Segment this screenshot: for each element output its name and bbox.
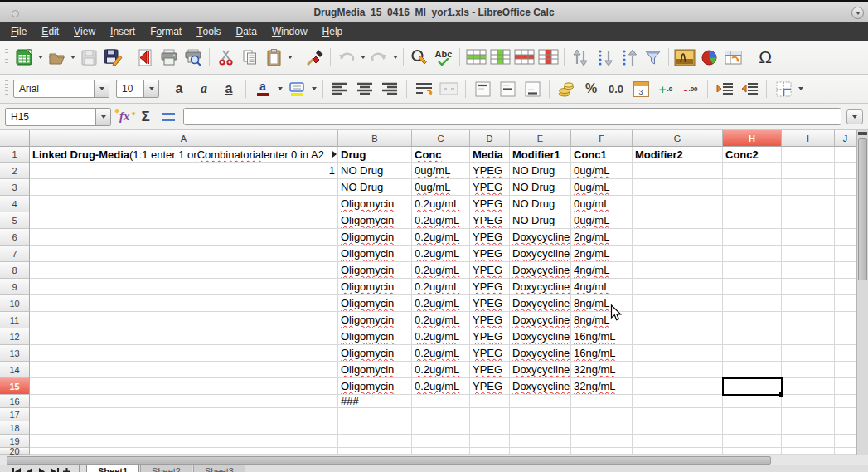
insert-chart-button[interactable] (697, 46, 720, 69)
cell-G4[interactable] (633, 196, 723, 212)
toolbar-grip[interactable] (5, 80, 8, 97)
cell-H10[interactable] (723, 295, 782, 312)
horizontal-scrollbar-thumb[interactable] (7, 456, 771, 465)
print-button[interactable] (158, 46, 181, 69)
cell-H9[interactable] (723, 279, 782, 295)
row-header-6[interactable]: 6 (0, 229, 30, 246)
cell-G3[interactable] (633, 179, 723, 196)
bold-button[interactable]: a (167, 77, 191, 100)
cell-G19[interactable] (633, 435, 723, 448)
cell-D14[interactable]: YPEG (470, 362, 510, 378)
cell-G11[interactable] (633, 312, 723, 328)
cell-D2[interactable]: YPEG (470, 163, 510, 179)
paste-dropdown[interactable] (286, 46, 293, 68)
cell-C16[interactable] (412, 395, 470, 408)
cell-E6[interactable]: Doxycycline (510, 229, 571, 246)
cell-B19[interactable] (338, 435, 412, 448)
cell-D12[interactable]: YPEG (470, 328, 510, 345)
open-button[interactable] (45, 46, 68, 69)
cell-D20[interactable] (470, 448, 510, 455)
cell-G10[interactable] (633, 295, 723, 312)
vertical-scrollbar[interactable] (856, 130, 868, 455)
cell-I19[interactable] (782, 435, 835, 448)
clone-formatting-button[interactable] (303, 46, 326, 69)
cell-B17[interactable] (338, 408, 412, 421)
cell-A15[interactable] (30, 378, 338, 395)
select-all-corner[interactable] (0, 130, 30, 147)
cell-B18[interactable] (338, 421, 412, 435)
cell-A19[interactable] (30, 435, 338, 448)
cell-A14[interactable] (30, 362, 338, 378)
cell-A7[interactable] (30, 246, 338, 262)
cell-G17[interactable] (633, 408, 723, 421)
cell-F3[interactable]: 0ug/mL (571, 179, 633, 196)
cell-F4[interactable]: 0ug/mL (571, 196, 633, 212)
redo-dropdown[interactable] (391, 46, 399, 68)
cell-B1[interactable]: Drug (338, 147, 412, 163)
paste-button[interactable] (262, 46, 285, 69)
borders-button[interactable] (772, 77, 795, 100)
fill-handle[interactable] (779, 392, 783, 397)
cell-I9[interactable] (782, 279, 835, 295)
cell-D18[interactable] (470, 421, 510, 435)
underline-button[interactable]: a (217, 77, 240, 100)
row-header-2[interactable]: 2 (0, 163, 30, 179)
cell-J9[interactable] (835, 279, 856, 295)
first-sheet-button[interactable] (12, 465, 22, 472)
menu-insert[interactable]: Insert (103, 22, 143, 41)
cell-B15[interactable]: Oligomycin (338, 378, 412, 395)
cell-G6[interactable] (633, 229, 723, 246)
cell-H6[interactable] (723, 229, 782, 246)
insert-rows-button[interactable] (464, 46, 487, 69)
cell-C6[interactable]: 0.2ug/mL (412, 229, 470, 246)
menu-view[interactable]: View (66, 22, 103, 41)
cell-G9[interactable] (633, 279, 723, 295)
cell-E3[interactable]: NO Drug (510, 179, 571, 196)
align-bottom-button[interactable] (521, 77, 544, 100)
font-color-dropdown[interactable] (276, 78, 284, 100)
font-size-combo[interactable]: 10 (116, 80, 159, 98)
cell-E2[interactable]: NO Drug (510, 163, 571, 179)
cell-J7[interactable] (835, 246, 856, 262)
cell-H2[interactable] (723, 163, 782, 179)
formula-button[interactable] (162, 113, 175, 121)
cell-I7[interactable] (782, 246, 835, 262)
row-header-15[interactable]: 15 (0, 378, 30, 395)
cell-I6[interactable] (782, 229, 835, 246)
font-color-button[interactable]: a (251, 77, 274, 100)
cell-G5[interactable] (633, 212, 723, 229)
cell-A3[interactable] (30, 179, 338, 196)
cell-F7[interactable]: 2ng/mL (571, 246, 633, 262)
cell-J13[interactable] (835, 345, 856, 362)
cell-D6[interactable]: YPEG (470, 229, 510, 246)
split-pane-handle[interactable] (858, 132, 867, 135)
cell-C7[interactable]: 0.2ug/mL (412, 246, 470, 262)
delete-columns-button[interactable] (536, 46, 560, 69)
cell-C9[interactable]: 0.2ug/mL (412, 279, 470, 295)
cut-button[interactable] (214, 46, 237, 69)
cell-J16[interactable] (835, 395, 856, 408)
cell-I1[interactable] (782, 147, 835, 163)
cell-D3[interactable]: YPEG (470, 179, 510, 196)
vertical-scrollbar-thumb[interactable] (858, 138, 867, 280)
cell-J18[interactable] (835, 421, 856, 435)
cell-I11[interactable] (782, 312, 835, 328)
cell-D16[interactable] (470, 395, 510, 408)
cell-H11[interactable] (723, 312, 782, 328)
cell-A9[interactable] (30, 279, 338, 295)
cell-D9[interactable]: YPEG (470, 279, 510, 295)
cell-A6[interactable] (30, 229, 338, 246)
cell-B11[interactable]: Oligomycin (338, 312, 412, 328)
cell-H17[interactable] (723, 408, 782, 421)
cell-H12[interactable] (723, 328, 782, 345)
cell-A20[interactable] (30, 448, 338, 455)
sheet-tab-sheet2[interactable]: Sheet2 (140, 465, 192, 472)
autofilter-button[interactable] (641, 46, 664, 69)
cell-I14[interactable] (782, 362, 835, 378)
cell-I4[interactable] (782, 196, 835, 212)
column-header-F[interactable]: F (571, 130, 633, 147)
cell-E19[interactable] (510, 435, 571, 448)
column-header-C[interactable]: C (412, 130, 470, 147)
cell-C3[interactable]: 0ug/mL (412, 179, 470, 196)
cell-C4[interactable]: 0.2ug/mL (412, 196, 470, 212)
